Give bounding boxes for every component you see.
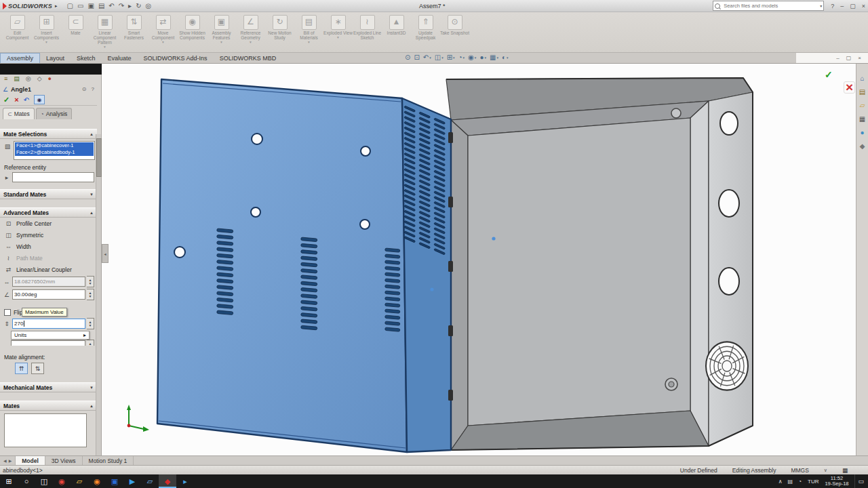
- angle-spinner[interactable]: ▲▼: [87, 289, 94, 300]
- tab-model[interactable]: Model: [16, 456, 45, 465]
- take-snapshot-button[interactable]: ⊙Take Snapshot: [440, 14, 469, 35]
- minimize-icon[interactable]: –: [840, 3, 844, 9]
- new-file-icon[interactable]: ▢: [67, 2, 73, 9]
- section-mechanical-mates[interactable]: Mechanical Mates ▼: [0, 382, 97, 392]
- status-custom-icon[interactable]: ▦: [842, 467, 848, 474]
- dimxpertmanager-icon[interactable]: ◇: [37, 75, 42, 84]
- redo-icon[interactable]: ↷: [119, 2, 124, 9]
- smart-fasteners-button[interactable]: ⇅Smart Fasteners: [119, 14, 149, 40]
- video-app-icon[interactable]: ▸: [176, 474, 194, 488]
- new-motion-study-button[interactable]: ↻New Motion Study: [265, 14, 294, 40]
- cabinet-body[interactable]: [446, 78, 753, 450]
- tab-prev-icon[interactable]: ◀: [3, 458, 7, 463]
- tray-network-icon[interactable]: ▤: [788, 479, 793, 485]
- mates-listbox[interactable]: [4, 413, 87, 447]
- media-player-icon[interactable]: ▶: [123, 474, 141, 488]
- tab-solidworks-mbd[interactable]: SOLIDWORKS MBD: [214, 53, 283, 63]
- profile-center-button[interactable]: ⊡Profile Center: [0, 218, 97, 229]
- configurationmanager-icon[interactable]: ◎: [26, 75, 31, 84]
- language-indicator[interactable]: TUR: [808, 479, 818, 485]
- limit-min-spinner[interactable]: ▲▼: [87, 340, 94, 346]
- reference-entity-field[interactable]: [12, 172, 94, 182]
- confirm-cancel-icon[interactable]: ×: [844, 81, 855, 94]
- custom-properties-icon[interactable]: ◆: [860, 142, 865, 150]
- print-icon[interactable]: ▤: [98, 2, 104, 9]
- file-explorer-icon[interactable]: ▱: [860, 102, 865, 109]
- tab-layout[interactable]: Layout: [40, 53, 71, 63]
- doc-minimize-icon[interactable]: –: [836, 55, 839, 61]
- selection-item[interactable]: Face<2>@cabinedbody-1: [15, 149, 94, 156]
- distance-field[interactable]: 18.08276502mm: [12, 277, 85, 287]
- keep-visible-toggle[interactable]: ◉: [34, 95, 45, 104]
- panel-scrollbar[interactable]: [96, 134, 101, 455]
- design-library-icon[interactable]: ▤: [859, 88, 865, 96]
- undo-button[interactable]: ↶: [24, 96, 29, 104]
- rebuild-icon[interactable]: ↻: [136, 2, 141, 9]
- file-explorer-icon[interactable]: ▱: [71, 474, 88, 488]
- tray-volume-icon[interactable]: ◔: [798, 479, 802, 485]
- display-style-icon[interactable]: ◔▾: [458, 54, 465, 61]
- doc-restore-icon[interactable]: ▢: [846, 55, 852, 61]
- firefox-icon[interactable]: ◉: [88, 474, 106, 488]
- tab-evaluate[interactable]: Evaluate: [102, 53, 138, 63]
- show-hidden-components-button[interactable]: ◉Show Hidden Components: [178, 14, 207, 40]
- appearances-icon[interactable]: ●: [860, 129, 864, 136]
- units-dropdown-icon[interactable]: ∨: [824, 468, 827, 473]
- insert-components-button[interactable]: ⊞Insert Components▾: [32, 14, 61, 44]
- section-advanced-mates[interactable]: Advanced Mates ▲: [0, 207, 97, 218]
- linear-linear-coupler-button[interactable]: ⇄Linear/Linear Coupler: [0, 264, 97, 275]
- exploded-view-button[interactable]: ∗Exploded View▾: [323, 14, 353, 39]
- zoom-fit-icon[interactable]: ⊙: [405, 54, 410, 61]
- maximize-icon[interactable]: ▢: [850, 3, 856, 9]
- tab-solidworks-add-ins[interactable]: SOLIDWORKS Add-Ins: [138, 53, 214, 63]
- limit-spinner[interactable]: ▲▼: [87, 318, 94, 329]
- search-input[interactable]: [722, 2, 818, 9]
- view-settings-icon[interactable]: ◐▾: [502, 54, 509, 61]
- width-button[interactable]: ⇔Width: [0, 241, 97, 252]
- search-dropdown-icon[interactable]: ▾: [820, 3, 822, 8]
- units-dropdown[interactable]: Units ▸: [11, 331, 90, 340]
- tab-3d-views[interactable]: 3D Views: [45, 456, 83, 465]
- flip-checkbox[interactable]: [4, 309, 11, 316]
- open-file-icon[interactable]: ▭: [77, 2, 83, 9]
- symmetric-button[interactable]: ◫Symmetric: [0, 229, 97, 241]
- tab-sketch[interactable]: Sketch: [71, 53, 102, 63]
- limit-field[interactable]: 270: [12, 319, 85, 329]
- anti-aligned-icon[interactable]: ⇅: [31, 363, 44, 374]
- ok-button[interactable]: ✓: [3, 96, 9, 104]
- panel-splitter-handle[interactable]: ◂: [102, 244, 108, 263]
- edit-component-button[interactable]: ▱Edit Component: [3, 14, 32, 40]
- section-standard-mates[interactable]: Standard Mates ▼: [0, 189, 97, 199]
- cancel-button[interactable]: ×: [14, 96, 18, 104]
- section-view-icon[interactable]: ◫▾: [435, 54, 443, 61]
- displaymanager-icon[interactable]: ●: [48, 75, 52, 84]
- path-mate-button[interactable]: ≀Path Mate: [0, 252, 97, 264]
- tab-mates[interactable]: ⊂Mates: [3, 108, 35, 119]
- section-mate-selections[interactable]: Mate Selections ▲: [0, 129, 97, 139]
- apply-scene-icon[interactable]: ▦▾: [490, 54, 498, 61]
- tab-next-icon[interactable]: ▶: [9, 458, 12, 463]
- tab-assembly[interactable]: Assembly: [0, 53, 40, 63]
- select-icon[interactable]: ▸: [128, 2, 132, 9]
- word-icon[interactable]: ▣: [106, 474, 123, 488]
- previous-view-icon[interactable]: ↶▾: [423, 54, 431, 61]
- notification-center-icon[interactable]: ▭: [854, 474, 864, 488]
- scrollbar-thumb[interactable]: [96, 138, 102, 177]
- tab-motion-study-1[interactable]: Motion Study 1: [83, 456, 134, 465]
- section-mates[interactable]: Mates ▲: [0, 401, 97, 411]
- confirm-ok-icon[interactable]: ✓: [825, 69, 833, 80]
- status-units[interactable]: MMGS: [791, 467, 808, 474]
- model-canvas[interactable]: [102, 64, 868, 455]
- selection-item[interactable]: Face<1>@cabinecover-1: [15, 142, 94, 149]
- tab-analysis[interactable]: ◔Analysis: [36, 108, 73, 119]
- search-box[interactable]: ▾: [713, 1, 824, 11]
- pushpin-icon[interactable]: ⊙: [82, 86, 87, 92]
- tray-expand-icon[interactable]: ∧: [778, 479, 783, 485]
- angle-field[interactable]: 30.00deg: [12, 289, 85, 300]
- graphics-viewport[interactable]: ◂ ✓ ×: [102, 64, 868, 455]
- search-icon[interactable]: ○: [18, 474, 35, 488]
- view-palette-icon[interactable]: ▦: [859, 115, 865, 123]
- limit-min-field[interactable]: [11, 340, 85, 346]
- linear-component-pattern-button[interactable]: ▦Linear Component Pattern▾: [90, 14, 119, 49]
- undo-icon[interactable]: ↶: [108, 2, 114, 9]
